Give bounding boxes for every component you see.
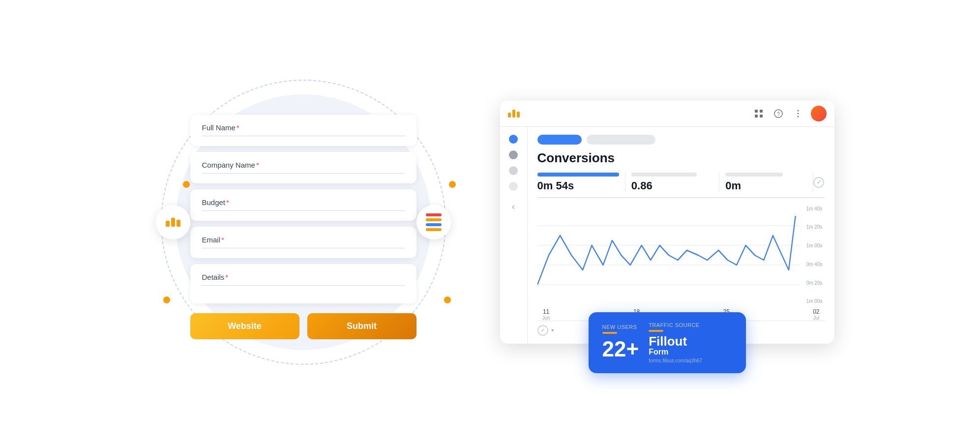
stats-brand: Fillout	[649, 335, 702, 348]
metric-bar-gray2	[725, 173, 782, 177]
svg-point-7	[797, 113, 799, 114]
svg-point-6	[797, 110, 799, 111]
analytics-logo-icon	[508, 110, 520, 118]
metric-bar-gray1	[631, 173, 697, 177]
progress-row	[537, 135, 825, 145]
sidebar-nav-1[interactable]	[509, 150, 518, 159]
dot-top-right	[449, 181, 456, 188]
form-section: Full Name* Company Name* Budget* Email*	[146, 105, 461, 339]
website-button[interactable]: Website	[190, 313, 299, 339]
details-label: Details*	[202, 273, 405, 281]
dashboard-body: ‹ Conversions 0m 54s	[500, 127, 834, 344]
details-line	[202, 285, 405, 286]
sidebar-nav-3[interactable]	[509, 182, 518, 191]
dot-mid-left	[163, 296, 170, 303]
form-fields: Full Name* Company Name* Budget* Email*	[190, 115, 416, 303]
metric-col-2: 0.86	[625, 173, 719, 192]
x-label-02-jul: 02 Jul	[813, 308, 819, 321]
line-chart	[537, 206, 800, 304]
main-container: Full Name* Company Name* Budget* Email*	[0, 0, 980, 444]
form-card-email: Email*	[190, 227, 416, 258]
check-circle-icon: ✓	[813, 177, 824, 188]
color-bar-amber	[426, 218, 442, 221]
traffic-orange-bar	[649, 330, 663, 332]
help-icon[interactable]: ?	[772, 107, 785, 120]
bottom-check-icon: ✓	[537, 325, 548, 336]
traffic-source-label: Traffic Source	[649, 322, 702, 328]
dot-top-left	[183, 181, 190, 188]
dashboard-section: ?	[500, 101, 834, 344]
metric-value-1: 0m 54s	[537, 179, 619, 192]
color-bar-blue	[426, 223, 442, 226]
svg-rect-1	[760, 110, 763, 113]
progress-gray	[587, 135, 655, 145]
form-card-fullname: Full Name*	[190, 115, 416, 146]
svg-rect-0	[755, 110, 758, 113]
x-label-11-jun: 11 Jun	[542, 308, 550, 321]
abar-3	[517, 112, 520, 118]
form-buttons: Website Submit	[190, 313, 416, 339]
abar-1	[508, 113, 511, 118]
colorful-bars-icon	[426, 213, 442, 231]
chart-container: 1m 40s 1m 20s 1m 00s 0m 40s 0m 20s 1m 00…	[537, 206, 825, 304]
logo-bars-icon	[166, 218, 180, 227]
form-card-company: Company Name*	[190, 152, 416, 183]
stats-number: New Users 22+	[602, 324, 639, 361]
metric-check-col: ✓	[813, 177, 824, 188]
stats-url: forms.fillout.com/aq3h67	[649, 358, 702, 363]
logo-badge-left	[156, 205, 190, 239]
dashboard-content: Conversions 0m 54s 0.86 0	[528, 127, 834, 344]
budget-label: Budget*	[202, 198, 405, 207]
progress-blue	[537, 135, 582, 145]
new-users-label: New Users	[602, 324, 639, 330]
metric-col-3: 0m	[719, 173, 813, 192]
svg-rect-3	[760, 115, 763, 118]
metrics-row: 0m 54s 0.86 0m ✓	[537, 173, 825, 198]
icon-badge-right	[416, 205, 451, 239]
dot-mid-right	[444, 296, 451, 303]
company-label: Company Name*	[202, 161, 405, 169]
stats-card: New Users 22+ Traffic Source Fillout For…	[589, 312, 746, 373]
form-card-details: Details*	[190, 264, 416, 303]
form-card-budget: Budget*	[190, 189, 416, 221]
orange-bar	[602, 332, 617, 334]
abar-2	[512, 110, 515, 118]
chart-y-labels: 1m 40s 1m 20s 1m 00s 0m 40s 0m 20s 1m 00…	[804, 206, 825, 304]
grid-icon[interactable]	[752, 107, 766, 120]
dropdown-arrow[interactable]: ▾	[551, 327, 554, 333]
email-label: Email*	[202, 236, 405, 244]
stats-info: Traffic Source Fillout Form forms.fillou…	[649, 322, 702, 363]
logo-bar-2	[171, 218, 175, 227]
topbar-logo	[508, 110, 520, 118]
topbar-right: ?	[752, 106, 827, 121]
metric-bar-blue	[537, 173, 619, 177]
dashboard-title: Conversions	[537, 150, 825, 166]
svg-point-8	[797, 116, 799, 117]
more-icon[interactable]	[791, 107, 805, 120]
logo-bar-1	[166, 221, 170, 227]
metric-value-2: 0.86	[631, 179, 713, 192]
stats-source: Form	[649, 348, 702, 356]
budget-line	[202, 210, 405, 211]
sidebar-nav-active[interactable]	[509, 135, 518, 144]
dashboard-sidebar: ‹	[500, 127, 528, 344]
metric-value-3: 0m	[725, 179, 807, 192]
sidebar-nav-2[interactable]	[509, 166, 518, 175]
fullname-label: Full Name*	[202, 123, 405, 132]
color-bar-red	[426, 213, 442, 216]
dashboard-window: ?	[500, 101, 834, 344]
user-avatar[interactable]	[811, 106, 827, 121]
submit-button[interactable]: Submit	[307, 313, 416, 339]
svg-rect-2	[755, 115, 758, 118]
dashboard-topbar: ?	[500, 101, 834, 127]
sidebar-chevron-icon[interactable]: ‹	[512, 202, 515, 212]
metric-col-1: 0m 54s	[537, 173, 625, 192]
logo-bar-3	[177, 220, 180, 227]
svg-text:?: ?	[776, 111, 779, 117]
stats-big-number: 22+	[602, 337, 639, 361]
company-line	[202, 173, 405, 174]
fullname-line	[202, 136, 405, 136]
email-line	[202, 248, 405, 248]
color-bar-yellow	[426, 228, 442, 231]
